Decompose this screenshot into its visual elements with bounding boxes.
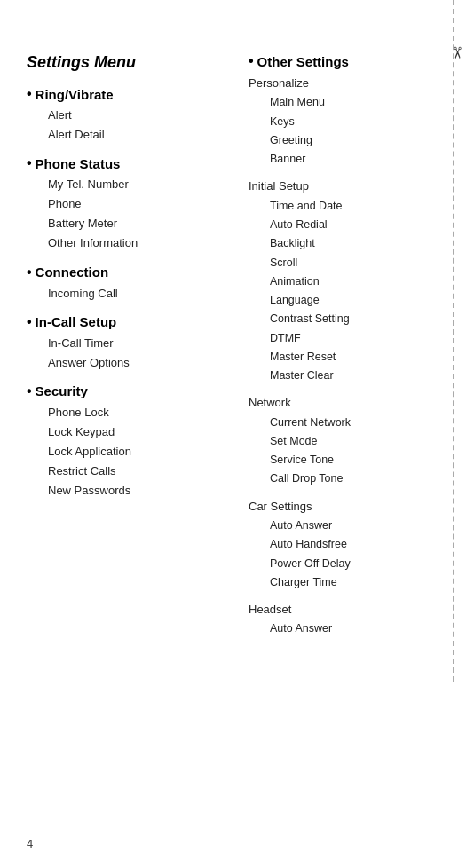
list-item: Master Reset (270, 348, 435, 367)
list-item: Language (270, 291, 435, 310)
sub-items: My Tel. NumberPhoneBattery MeterOther In… (27, 175, 240, 253)
section-label: Security (36, 383, 88, 398)
sub-items: AlertAlert Detail (27, 106, 240, 145)
section-header: •In-Call Setup (27, 314, 240, 330)
list-item: Animation (270, 272, 435, 291)
right-sub-items: Auto AnswerAuto HandsfreePower Off Delay… (249, 517, 435, 592)
left-column: Settings Menu •Ring/VibrateAlertAlert De… (27, 53, 240, 646)
section-header: •Security (27, 383, 240, 399)
list-item: Main Menu (270, 93, 435, 112)
bullet-icon: • (27, 314, 32, 330)
right-group: Initial SetupTime and DateAuto RedialBac… (249, 176, 435, 385)
list-item: My Tel. Number (48, 175, 240, 194)
list-item: Backlight (270, 234, 435, 253)
menu-section: •In-Call SetupIn-Call TimerAnswer Option… (27, 314, 240, 373)
list-item: Charger Time (270, 573, 435, 592)
list-item: Auto Redial (270, 216, 435, 234)
page-container: Settings Menu •Ring/VibrateAlertAlert De… (0, 0, 474, 682)
list-item: Call Drop Tone (270, 470, 435, 488)
page-title: Settings Menu (27, 53, 240, 72)
list-item: Greeting (270, 131, 435, 150)
bullet-icon: • (27, 264, 32, 280)
dashed-line (453, 0, 454, 682)
list-item: Current Network (270, 414, 435, 432)
section-label: Phone Status (36, 156, 121, 171)
section-label: Connection (36, 264, 109, 280)
list-item: In-Call Timer (48, 334, 240, 353)
group-title: Network (249, 392, 435, 413)
right-sub-items: Auto Answer (249, 619, 435, 638)
list-item: Auto Answer (270, 517, 435, 535)
group-title: Personalize (249, 73, 435, 93)
list-item: Banner (270, 150, 435, 169)
list-item: Contrast Setting (270, 310, 435, 328)
section-header: •Ring/Vibrate (27, 86, 240, 102)
right-group: HeadsetAuto Answer (249, 599, 435, 639)
menu-section: •Phone StatusMy Tel. NumberPhoneBattery … (27, 155, 240, 253)
list-item: Restrict Calls (48, 462, 240, 481)
menu-section: •Ring/VibrateAlertAlert Detail (27, 86, 240, 145)
list-item: New Passwords (48, 481, 240, 501)
right-column: • Other Settings PersonalizeMain MenuKey… (240, 53, 435, 646)
sub-items: Phone LockLock KeypadLock ApplicationRes… (27, 403, 240, 501)
menu-section: •ConnectionIncoming Call (27, 264, 240, 304)
right-group: Car SettingsAuto AnswerAuto HandsfreePow… (249, 496, 435, 592)
list-item: Incoming Call (48, 284, 240, 304)
list-item: Phone (48, 194, 240, 214)
list-item: Other Information (48, 233, 240, 253)
list-item: Battery Meter (48, 214, 240, 233)
bullet-icon: • (249, 53, 254, 69)
section-header: •Phone Status (27, 155, 240, 171)
section-label: Ring/Vibrate (36, 87, 114, 102)
list-item: Master Clear (270, 367, 435, 385)
left-sections: •Ring/VibrateAlertAlert Detail•Phone Sta… (27, 86, 240, 501)
list-item: Lock Application (48, 442, 240, 462)
list-item: Scroll (270, 254, 435, 272)
bullet-icon: • (27, 155, 32, 171)
list-item: DTMF (270, 329, 435, 348)
right-group: NetworkCurrent NetworkSet ModeService To… (249, 392, 435, 488)
section-label: In-Call Setup (36, 314, 117, 329)
list-item: Alert Detail (48, 125, 240, 145)
group-title: Headset (249, 599, 435, 619)
right-groups: PersonalizeMain MenuKeysGreetingBannerIn… (249, 73, 435, 639)
list-item: Answer Options (48, 353, 240, 373)
scissor-icon: ✂ (447, 46, 467, 59)
list-item: Alert (48, 106, 240, 125)
right-sub-items: Time and DateAuto RedialBacklightScrollA… (249, 197, 435, 386)
right-sub-items: Current NetworkSet ModeService ToneCall … (249, 414, 435, 489)
list-item: Service Tone (270, 451, 435, 470)
list-item: Auto Handsfree (270, 535, 435, 554)
bullet-icon: • (27, 86, 32, 102)
section-header: •Connection (27, 264, 240, 280)
page-number: 4 (27, 837, 33, 850)
group-title: Initial Setup (249, 176, 435, 196)
right-sub-items: Main MenuKeysGreetingBanner (249, 93, 435, 169)
other-settings-header: • Other Settings (249, 53, 435, 69)
right-group: PersonalizeMain MenuKeysGreetingBanner (249, 73, 435, 169)
sub-items: In-Call TimerAnswer Options (27, 334, 240, 373)
list-item: Set Mode (270, 432, 435, 451)
group-title: Car Settings (249, 496, 435, 517)
menu-section: •SecurityPhone LockLock KeypadLock Appli… (27, 383, 240, 501)
list-item: Time and Date (270, 197, 435, 216)
list-item: Auto Answer (270, 619, 435, 638)
list-item: Lock Keypad (48, 422, 240, 442)
list-item: Keys (270, 113, 435, 131)
list-item: Power Off Delay (270, 555, 435, 573)
sub-items: Incoming Call (27, 284, 240, 304)
list-item: Phone Lock (48, 403, 240, 422)
bullet-icon: • (27, 383, 32, 399)
